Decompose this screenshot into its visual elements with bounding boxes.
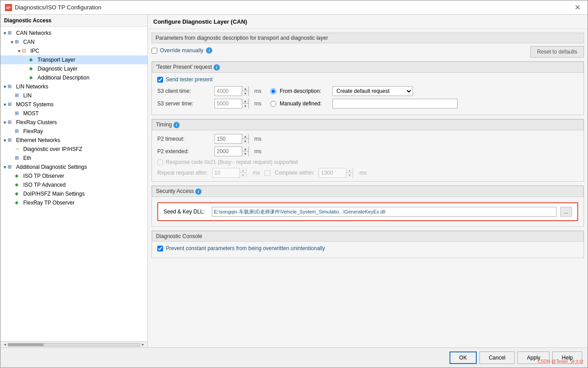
tree-item-most-systems[interactable]: ▼ ⊞ MOST Systems xyxy=(0,100,147,109)
label-most-systems: MOST Systems xyxy=(16,101,54,108)
icon-flexray: ⊞ xyxy=(15,128,22,134)
from-desc-dropdown[interactable]: Create default request Use existing requ… xyxy=(332,86,413,96)
expand-add-desc xyxy=(24,75,29,80)
cancel-button[interactable]: Cancel xyxy=(479,351,515,364)
tree-item-lin[interactable]: ⊞ LIN xyxy=(0,91,147,100)
expand-can-networks[interactable]: ▼ xyxy=(2,31,8,36)
manually-defined-label: Manually defined: xyxy=(280,100,329,107)
s3-server-down[interactable]: ▼ xyxy=(242,104,248,109)
window-icon xyxy=(5,4,12,11)
p2-extended-spinner-btns: ▲ ▼ xyxy=(242,146,248,156)
p2-timeout-down[interactable]: ▼ xyxy=(242,139,248,144)
ok-button[interactable]: OK xyxy=(449,351,477,364)
expand-lin xyxy=(9,93,15,98)
expand-ipc[interactable]: ▼ xyxy=(17,49,22,54)
dll-label: Seed & Key DLL: xyxy=(164,209,208,215)
s3-client-up[interactable]: ▲ xyxy=(242,86,248,91)
timing-body: P2 timeout: 150 ▲ ▼ ms P2 exte xyxy=(152,130,584,181)
override-row: Override manually i Reset to defaults xyxy=(151,46,584,58)
p2-extended-up[interactable]: ▲ xyxy=(242,146,248,151)
label-doip-main: DoIP/HSFZ Main Settings xyxy=(23,191,84,197)
scroll-left[interactable]: ◄ xyxy=(2,343,8,347)
response-code-checkbox[interactable] xyxy=(157,159,163,165)
prevent-overwrite-label: Prevent constant parameters from being o… xyxy=(166,245,325,251)
tree-item-doip-main[interactable]: ◈ DoIP/HSFZ Main Settings xyxy=(0,189,147,198)
tree-item-diagnostic-layer[interactable]: ◈ Diagnostic Layer xyxy=(0,64,147,73)
expand-ethernet-networks[interactable]: ▼ xyxy=(2,138,8,143)
svg-rect-1 xyxy=(6,7,11,8)
tree-item-flexray-clusters[interactable]: ▼ ⊞ FlexRay Clusters xyxy=(0,118,147,127)
s3-server-input[interactable]: 5000 xyxy=(215,99,242,108)
tree-container[interactable]: ▼ ⊞ CAN Networks ▼ ⊞ CAN xyxy=(0,27,147,341)
expand-iso-tp-advanced xyxy=(9,183,15,188)
close-button[interactable]: ✕ xyxy=(572,2,583,13)
p2-extended-label: P2 extended: xyxy=(157,148,211,155)
tree-item-eth[interactable]: ⊞ Eth xyxy=(0,154,147,163)
params-section-label: Parameters from diagnostic description f… xyxy=(155,35,328,41)
tree-item-ethernet-networks[interactable]: ▼ ⊞ Ethernet Networks xyxy=(0,136,147,145)
label-transport-layer: Transport Layer xyxy=(38,57,75,63)
tree-item-flexray-tp[interactable]: ◈ FlexRay TP Observer xyxy=(0,198,147,207)
s3-server-spinner[interactable]: 5000 ▲ ▼ xyxy=(214,99,249,109)
scrollbar-track[interactable] xyxy=(8,343,140,347)
prevent-overwrite-checkbox[interactable] xyxy=(157,246,163,251)
manually-defined-input[interactable] xyxy=(332,99,458,109)
override-checkbox[interactable] xyxy=(151,48,157,54)
s3-client-spinner[interactable]: 4000 ▲ ▼ xyxy=(214,86,249,96)
dll-browse-button[interactable]: ... xyxy=(560,207,572,217)
from-desc-radio[interactable] xyxy=(270,88,276,94)
expand-can[interactable]: ▼ xyxy=(9,40,15,45)
manually-defined-radio[interactable] xyxy=(270,101,276,107)
icon-additional-diag: ⊞ xyxy=(8,164,15,170)
expand-lin-networks[interactable]: ▼ xyxy=(2,84,8,89)
p2-extended-input[interactable]: 2000 xyxy=(215,147,242,156)
s3-server-up[interactable]: ▲ xyxy=(242,99,248,104)
tree-item-additional-diag[interactable]: ▼ ⊞ Additional Diagnostic Settings xyxy=(0,163,147,171)
s3-client-down[interactable]: ▼ xyxy=(242,91,248,96)
label-lin: LIN xyxy=(23,92,32,99)
tree-item-additional-desc[interactable]: ◈ Additional Description xyxy=(0,73,147,82)
reset-defaults-button[interactable]: Reset to defaults xyxy=(530,46,584,58)
expand-flexray-clusters[interactable]: ▼ xyxy=(2,120,8,125)
complete-within-spinner-btns: ▲ ▼ xyxy=(346,168,353,178)
label-iso-tp-observer: ISO TP Observer xyxy=(23,173,64,179)
tree-item-iso-tp-advanced[interactable]: ◈ ISO TP Advanced xyxy=(0,180,147,189)
expand-doip-main xyxy=(9,192,15,197)
s3-server-spinner-btns: ▲ ▼ xyxy=(242,99,248,109)
tree-item-diag-over-ip[interactable]: → Diagnostic over IP/HSFZ xyxy=(0,145,147,154)
s3-client-input[interactable]: 4000 xyxy=(215,87,242,96)
title-bar: Diagnostics/ISO TP Configuration ✕ xyxy=(0,0,588,15)
p2-timeout-input[interactable]: 150 xyxy=(215,134,242,143)
expand-additional-diag[interactable]: ▼ xyxy=(2,165,8,170)
tree-item-iso-tp-observer[interactable]: ◈ ISO TP Observer xyxy=(0,171,147,180)
complete-within-label: Complete within: xyxy=(275,170,315,176)
label-diag-over-ip: Diagnostic over IP/HSFZ xyxy=(23,146,82,152)
tree-item-can-networks[interactable]: ▼ ⊞ CAN Networks xyxy=(0,29,147,38)
tree-item-most[interactable]: ⊞ MOST xyxy=(0,109,147,118)
expand-diag-layer xyxy=(24,67,29,71)
p2-extended-down[interactable]: ▼ xyxy=(242,151,248,156)
repeat-request-input: 10 xyxy=(213,168,239,177)
horizontal-scrollbar[interactable]: ◄ ► xyxy=(0,341,147,347)
tree-item-transport-layer[interactable]: ◈ Transport Layer xyxy=(0,55,147,64)
expand-most-systems[interactable]: ▼ xyxy=(2,102,8,107)
send-tester-checkbox[interactable] xyxy=(157,77,163,83)
scroll-right[interactable]: ► xyxy=(140,343,146,347)
from-desc-label: From description: xyxy=(280,88,329,94)
icon-eth: ⊞ xyxy=(15,155,22,161)
p2-timeout-spinner[interactable]: 150 ▲ ▼ xyxy=(214,134,249,144)
scrollbar-thumb[interactable] xyxy=(8,343,44,346)
tree-item-can[interactable]: ▼ ⊞ CAN xyxy=(0,38,147,46)
repeat-request-spinner: 10 ▲ ▼ xyxy=(212,168,247,178)
p2-timeout-up[interactable]: ▲ xyxy=(242,134,248,139)
p2-extended-spinner[interactable]: 2000 ▲ ▼ xyxy=(214,146,249,156)
tree-item-ipc[interactable]: ▼ ⊡ IPC xyxy=(0,46,147,55)
security-access-info-icon: i xyxy=(195,188,202,195)
tree-item-lin-networks[interactable]: ▼ ⊞ LIN Networks xyxy=(0,82,147,91)
dll-path-input[interactable]: E:\songqin-车载测试\老师课件\Vehicle_System_Simu… xyxy=(212,207,557,217)
icon-diagnostic-layer: ◈ xyxy=(29,66,36,72)
response-code-row: Response code 0x21 (Busy - repeat reques… xyxy=(157,159,578,165)
tree-item-flexray[interactable]: ⊞ FlexRay xyxy=(0,127,147,136)
right-panel-body: Parameters from diagnostic description f… xyxy=(148,29,588,347)
tester-present-label: 'Tester Present' request xyxy=(156,64,212,70)
